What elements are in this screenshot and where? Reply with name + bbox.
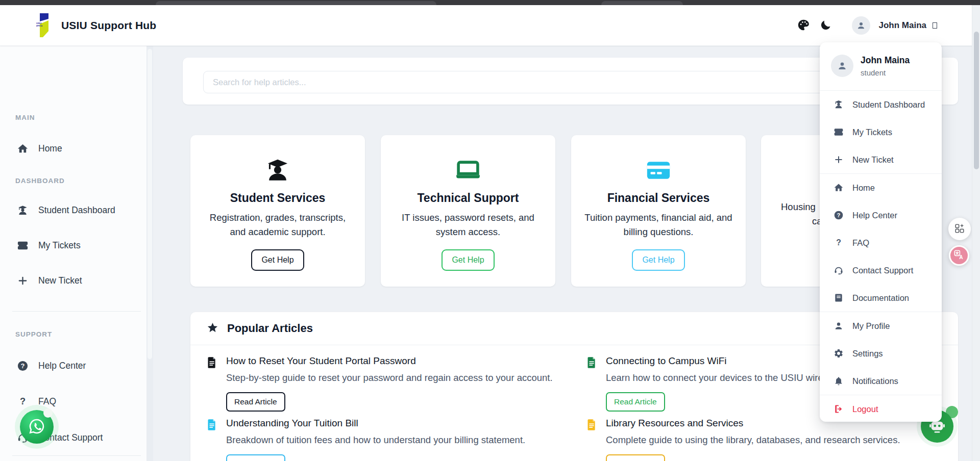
plus-icon [16, 275, 29, 287]
read-article-button[interactable]: Read Article [606, 454, 665, 461]
menu-item-documentation[interactable]: Documentation [820, 284, 942, 312]
sidebar-item-faq[interactable]: ? FAQ [0, 390, 146, 413]
service-card-financial-services: Financial Services Tuition payments, fin… [571, 135, 746, 287]
article-description: Learn how to connect your devices to the… [606, 371, 840, 385]
avatar [831, 55, 853, 77]
sidebar: MAIN Home DASHBOARD Student Dashboard My… [0, 46, 153, 461]
divider [12, 311, 141, 312]
get-help-button[interactable]: Get Help [251, 249, 304, 271]
read-article-button[interactable]: Read Article [226, 392, 285, 412]
usiu-logo: USIU AFRICA [36, 13, 49, 38]
sidebar-item-help-center[interactable]: ? Help Center [0, 354, 146, 377]
read-article-button[interactable]: Read Article [226, 454, 285, 461]
sidebar-item-my-tickets[interactable]: My Tickets [0, 234, 146, 257]
read-article-button[interactable]: Read Article [606, 392, 665, 412]
whatsapp-chat-button[interactable] [20, 410, 54, 444]
sidebar-section-main: MAIN [15, 114, 35, 121]
star-icon [207, 322, 218, 336]
service-card-technical-support: Technical Support IT issues, password re… [381, 135, 555, 287]
service-card-text-fragment: Housing [781, 201, 816, 213]
menu-item-home[interactable]: Home [820, 174, 942, 201]
dark-mode-button[interactable] [818, 18, 834, 33]
sidebar-section-dashboard: DASHBOARD [15, 177, 65, 185]
graduate-icon [834, 99, 844, 110]
sidebar-item-label: Student Dashboard [38, 205, 115, 216]
translate-icon: A [953, 249, 965, 262]
menu-item-student-dashboard[interactable]: Student Dashboard [820, 91, 942, 118]
article-title: Connecting to Campus WiFi [606, 355, 840, 367]
menu-item-settings[interactable]: Settings [820, 340, 942, 367]
get-help-button[interactable]: Get Help [632, 249, 684, 271]
service-card-student-services: Student Services Registration, grades, t… [190, 135, 365, 287]
menu-item-label: New Ticket [852, 155, 894, 165]
menu-item-label: My Profile [852, 321, 890, 331]
page-scrollbar[interactable] [972, 5, 980, 461]
article-title: How to Reset Your Student Portal Passwor… [226, 355, 553, 367]
header-actions: John Maina [796, 5, 937, 46]
whatsapp-icon [28, 417, 46, 437]
menu-item-notifications[interactable]: Notifications [820, 367, 942, 395]
article-icon [207, 356, 217, 371]
user-menu-trigger[interactable]: John Maina [852, 16, 937, 35]
browser-tab[interactable] [601, 1, 683, 5]
graduate-icon [16, 204, 29, 216]
page-scrollbar-thumb[interactable] [974, 32, 979, 169]
menu-item-label: Logout [852, 404, 878, 414]
missing-glyph-box [933, 22, 937, 29]
credit-card-icon [571, 156, 746, 185]
moon-icon [820, 19, 832, 33]
get-help-button[interactable]: Get Help [442, 249, 494, 271]
menu-item-my-tickets[interactable]: My Tickets [820, 118, 942, 146]
sidebar-item-new-ticket[interactable]: New Ticket [0, 269, 146, 292]
divider [12, 455, 141, 456]
avatar [852, 16, 870, 35]
palette-icon [797, 18, 810, 33]
menu-item-my-profile[interactable]: My Profile [820, 312, 942, 340]
book-icon [834, 293, 844, 303]
sidebar-section-support: SUPPORT [15, 330, 52, 338]
help-circle-icon: ? [16, 360, 29, 372]
headset-icon [834, 265, 844, 275]
article-description: Step-by-step guide to reset your passwor… [226, 371, 553, 385]
menu-item-label: Contact Support [852, 266, 913, 275]
sidebar-item-label: Home [38, 143, 62, 154]
user-name: John Maina [878, 20, 926, 31]
menu-item-label: FAQ [852, 238, 869, 248]
extension-collections-button[interactable] [948, 218, 971, 240]
menu-item-logout[interactable]: Logout [820, 395, 942, 422]
popular-articles-title: Popular Articles [227, 322, 313, 335]
sidebar-scrollbar[interactable] [146, 46, 153, 461]
menu-item-faq[interactable]: ? FAQ [820, 229, 942, 257]
menu-item-new-ticket[interactable]: New Ticket [820, 146, 942, 173]
menu-item-contact-support[interactable]: Contact Support [820, 257, 942, 284]
page-title: USIU Support Hub [61, 19, 156, 32]
gear-icon [834, 348, 844, 358]
menu-item-help-center[interactable]: ? Help Center [820, 201, 942, 229]
sidebar-scrollbar-thumb[interactable] [148, 49, 152, 359]
article-icon [207, 419, 217, 433]
service-card-title: Technical Support [381, 191, 555, 205]
article-tuition-bill: Understanding Your Tuition Bill Breakdow… [207, 418, 562, 461]
sidebar-item-home[interactable]: Home [0, 137, 146, 160]
user-menu-header: John Maina student [820, 42, 942, 90]
menu-item-label: Home [852, 183, 875, 193]
sidebar-item-student-dashboard[interactable]: Student Dashboard [0, 198, 146, 222]
home-icon [16, 143, 29, 155]
svg-text:AFRICA: AFRICA [36, 25, 43, 27]
menu-item-label: Settings [852, 349, 883, 358]
svg-text:A: A [959, 254, 963, 260]
theme-palette-button[interactable] [796, 18, 811, 33]
article-description: Breakdown of tuition fees and how to und… [226, 433, 525, 447]
plus-icon [834, 155, 844, 165]
browser-tab[interactable] [156, 1, 436, 5]
extension-translate-button[interactable]: A [949, 245, 969, 266]
bell-icon [834, 376, 844, 386]
ticket-icon [834, 127, 844, 137]
ticket-icon [16, 240, 29, 251]
help-circle-icon: ? [834, 210, 844, 220]
user-menu-role: student [861, 68, 910, 77]
article-reset-password: How to Reset Your Student Portal Passwor… [207, 355, 562, 412]
article-icon [586, 419, 597, 433]
graduate-icon [190, 156, 365, 185]
service-card-description: Tuition payments, financial aid, and bil… [571, 211, 746, 239]
